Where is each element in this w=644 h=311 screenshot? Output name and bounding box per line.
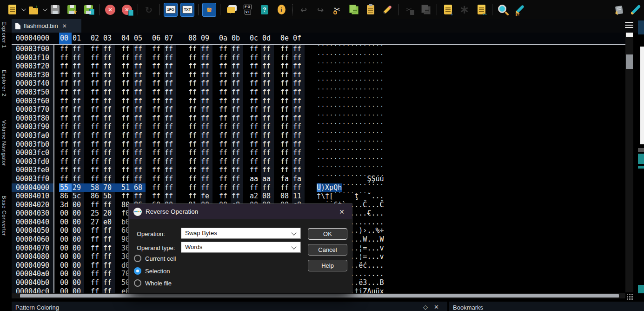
hex-ascii-char[interactable]: ˙ [346,45,350,54]
bit-operations-button[interactable] [458,3,471,17]
hex-byte[interactable]: ff [279,157,292,166]
hex-byte[interactable]: ff [261,122,274,131]
hex-byte[interactable]: ff [292,88,305,97]
hex-byte[interactable]: ff [231,54,243,62]
hex-ascii-char[interactable]: ˙ [333,79,338,88]
hex-byte[interactable]: ff [102,252,115,261]
hex-byte[interactable]: ff [231,79,243,88]
hex-byte[interactable]: ff [279,88,292,97]
hex-byte[interactable]: ff [59,175,72,183]
hex-byte[interactable]: ff [102,79,115,88]
hex-byte[interactable]: ff [231,149,243,157]
hex-ascii-char[interactable]: ˙ [354,45,359,54]
hex-byte[interactable]: ff [200,140,212,149]
hex-byte[interactable]: ff [164,157,176,166]
hex-byte[interactable]: ff [59,71,72,80]
hex-ascii-char[interactable]: ˙ [375,88,379,97]
hex-byte[interactable]: ff [133,79,146,88]
hex-ascii-char[interactable]: ˙ [375,62,379,71]
hex-ascii-char[interactable]: ˙ [338,88,342,97]
hex-ascii-char[interactable]: ˙ [379,88,384,97]
hex-byte[interactable]: ff [231,192,243,201]
hex-ascii-char[interactable]: . [375,278,379,287]
hex-ascii-char[interactable]: W [379,235,384,244]
hex-ascii-char[interactable]: u [371,287,375,293]
hex-byte[interactable]: ff [164,88,176,97]
hex-byte[interactable]: ff [218,122,231,131]
hex-byte[interactable]: ff [164,122,176,131]
hex-ascii-char[interactable]: ˙ [363,149,367,157]
hex-ascii-char[interactable]: ˙ [342,88,346,97]
hex-ascii-char[interactable]: ˙ [367,88,371,97]
hex-byte[interactable]: ff [279,54,292,62]
hex-ascii-char[interactable]: ˙ [359,131,363,140]
hex-byte[interactable]: 00 [72,261,84,270]
hex-ascii-char[interactable]: ˙ [342,157,346,166]
hex-byte[interactable]: ff [279,62,292,71]
hex-ascii-char[interactable]: ˙ [379,97,384,106]
hex-ascii-char[interactable]: ˙ [350,131,354,140]
hex-ascii-char[interactable]: ˙ [363,140,367,149]
hex-byte[interactable]: ff [200,166,212,175]
hex-ascii-char[interactable]: . [367,261,371,270]
hex-ascii-char[interactable]: ë [359,261,363,270]
hex-byte[interactable]: ff [292,97,305,106]
hex-byte[interactable]: ff [120,54,133,62]
hex-ascii-char[interactable]: ÷ [379,226,384,235]
hex-byte[interactable]: ff [90,235,102,244]
hex-ascii-char[interactable]: ˙ [359,71,363,80]
hex-ascii-char[interactable]: . [354,270,359,278]
hex-ascii-char[interactable]: ˙ [354,79,359,88]
hex-byte[interactable]: ff [292,122,305,131]
hex-ascii-char[interactable]: ˙ [346,140,350,149]
operand-type-select[interactable]: Words [181,242,301,253]
hex-byte[interactable]: ff [279,45,292,54]
hex-ascii-char[interactable]: ˙ [346,71,350,80]
hex-byte[interactable]: ff [187,131,200,140]
hex-ascii-char[interactable]: ˙ [363,71,367,80]
hex-byte[interactable]: ff [231,88,243,97]
hex-ascii-char[interactable]: ˙ [342,122,346,131]
hex-ascii-char[interactable]: ˙ [371,88,375,97]
insert-file-button[interactable]: ↓ [441,3,455,17]
hex-byte[interactable]: ff [218,88,231,97]
hex-byte[interactable]: ff [164,71,176,80]
hex-ascii-char[interactable]: ˙ [350,157,354,166]
hex-byte[interactable]: 3d [59,201,72,210]
hex-ascii-char[interactable]: ˙ [333,175,338,183]
hex-ascii-char[interactable]: ˙ [342,79,346,88]
hex-ascii-char[interactable]: › [363,226,367,235]
hex-ascii-char[interactable]: ˙ [329,88,333,97]
hex-ascii-char[interactable]: ˙ [342,71,346,80]
hex-ascii-char[interactable]: ˙ [350,183,354,192]
hex-byte[interactable]: ff [292,45,305,54]
hex-ascii-char[interactable]: ˙ [371,183,375,192]
hex-ascii-char[interactable]: ˙ [346,122,350,131]
hex-ascii-char[interactable]: W [363,235,367,244]
hex-byte[interactable]: ff [59,88,72,97]
hex-byte[interactable]: ff [59,122,72,131]
hex-ascii-char[interactable]: ˙ [333,166,338,175]
hex-byte[interactable]: ff [102,235,115,244]
hex-ascii-char[interactable]: ˙ [325,54,329,62]
hex-ascii-char[interactable]: ˙ [346,192,350,201]
hex-ascii-char[interactable]: ˙ [354,166,359,175]
hex-ascii-char[interactable]: ˙ [350,166,354,175]
hex-ascii-char[interactable]: ˙ [379,79,384,88]
hex-byte[interactable]: ff [249,140,261,149]
hex-ascii-char[interactable]: ˙ [338,54,342,62]
hex-byte[interactable]: ff [261,166,274,175]
save-as-button[interactable]: ★ [65,3,79,17]
hex-ascii-char[interactable]: ˙ [321,114,325,123]
hex-byte[interactable]: 86 [90,192,102,201]
hex-ascii-char[interactable]: . [359,209,363,218]
hex-byte[interactable]: ff [59,131,72,140]
hex-ascii-char[interactable]: ˙ [321,140,325,149]
hex-byte[interactable]: ff [72,166,84,175]
hex-byte[interactable]: ff [292,79,305,88]
hex-byte[interactable]: ff [90,62,102,71]
hex-byte[interactable]: ff [90,140,102,149]
hex-ascii-char[interactable]: ˙ [321,88,325,97]
hex-ascii-char[interactable]: . [375,201,379,210]
hex-ascii-char[interactable]: ˙ [367,71,371,80]
